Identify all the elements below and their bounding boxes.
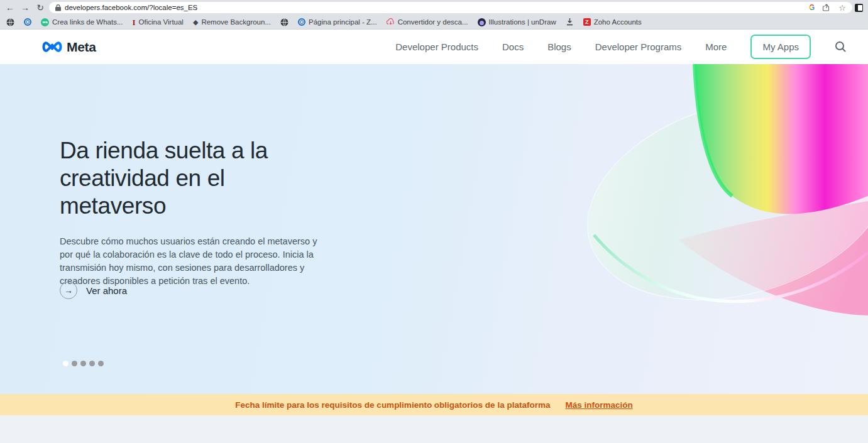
bookmark-label: Convertidor y desca...: [398, 18, 468, 26]
carousel-dot-5[interactable]: [98, 361, 104, 366]
zoho-badge-icon: Z: [583, 18, 591, 26]
bookmark-label: Página principal - Z...: [309, 18, 377, 26]
whatsapp-badge-icon: wa: [41, 18, 49, 26]
arrow-right-icon: →: [60, 282, 77, 299]
hero-description: Descubre cómo muchos usuarios están crea…: [60, 235, 330, 288]
nav-blogs[interactable]: Blogs: [547, 41, 571, 52]
download-icon: [566, 18, 574, 26]
bookmark-item[interactable]: [566, 18, 574, 26]
brand-name: Meta: [67, 40, 96, 55]
google-icon[interactable]: G: [809, 3, 815, 12]
meta-logo[interactable]: Meta: [41, 40, 96, 55]
bookmark-item[interactable]: Página principal - Z...: [298, 18, 377, 26]
bookmarks-bar: wa Crea links de Whats... I Oficina Virt…: [0, 15, 868, 30]
lock-icon: [55, 4, 61, 11]
nav-developer-programs[interactable]: Developer Programs: [595, 41, 682, 52]
watch-now-button[interactable]: → Ver ahora: [60, 282, 127, 299]
carousel-dot-3[interactable]: [80, 361, 86, 366]
back-icon[interactable]: ←: [4, 1, 16, 14]
diamond-icon: ◆: [193, 18, 198, 26]
url-text[interactable]: developers.facebook.com/?locale=es_ES: [65, 4, 197, 11]
hero-artwork-image: [578, 64, 868, 328]
bookmark-label: Illustrations | unDraw: [489, 18, 556, 26]
site-header: Meta Developer Products Docs Blogs Devel…: [0, 30, 868, 64]
main-nav: Developer Products Docs Blogs Developer …: [395, 35, 847, 59]
bookmark-item[interactable]: wa Crea links de Whats...: [41, 18, 123, 26]
hero-title: Da rienda suelta a la creatividad en el …: [60, 137, 330, 220]
globe-icon: [6, 18, 14, 26]
bookmark-item[interactable]: [6, 18, 14, 26]
bookmark-item[interactable]: [280, 18, 288, 26]
bookmark-label: Zoho Accounts: [594, 18, 642, 26]
carousel-dot-1[interactable]: [63, 361, 69, 366]
ibeam-icon: I: [132, 18, 135, 26]
browser-toolbar: ← → ↻ developers.facebook.com/?locale=es…: [0, 0, 868, 15]
my-apps-button[interactable]: My Apps: [750, 35, 811, 59]
bookmark-label: Remove Backgroun...: [201, 18, 271, 26]
bookmark-label: Oficina Virtual: [139, 18, 184, 26]
address-bar[interactable]: developers.facebook.com/?locale=es_ES G …: [49, 2, 852, 13]
meta-infinity-icon: [41, 40, 63, 54]
bookmark-item[interactable]: Convertidor y desca...: [387, 18, 468, 26]
bookmark-item[interactable]: [24, 18, 31, 26]
search-icon[interactable]: [835, 41, 847, 53]
bookmark-item[interactable]: Illustrations | unDraw: [478, 18, 556, 26]
carousel-dot-2[interactable]: [72, 361, 77, 366]
undraw-icon: [478, 18, 486, 26]
nav-more[interactable]: More: [705, 41, 727, 52]
cloud-download-icon: [387, 18, 395, 26]
reload-icon[interactable]: ↻: [34, 1, 47, 14]
cta-label: Ver ahora: [86, 285, 127, 296]
share-icon[interactable]: [823, 4, 830, 11]
bookmark-item[interactable]: I Oficina Virtual: [132, 18, 183, 26]
carousel-dots: [63, 361, 104, 366]
carousel-dot-4[interactable]: [89, 361, 95, 366]
bookmark-item[interactable]: Z Zoho Accounts: [583, 18, 642, 26]
rings-icon: [24, 18, 31, 26]
profile-avatar[interactable]: [855, 4, 863, 12]
globe-icon: [280, 18, 288, 26]
hero-section: Da rienda suelta a la creatividad en el …: [0, 64, 868, 394]
bookmark-label: Crea links de Whats...: [52, 18, 123, 26]
hero-copy: Da rienda suelta a la creatividad en el …: [60, 137, 330, 288]
nav-developer-products[interactable]: Developer Products: [395, 41, 478, 52]
banner-text: Fecha límite para los requisitos de cump…: [235, 400, 550, 410]
compliance-banner: Fecha límite para los requisitos de cump…: [0, 394, 868, 415]
more-info-link[interactable]: Más información: [565, 400, 632, 410]
forward-icon[interactable]: →: [19, 1, 31, 14]
nav-docs[interactable]: Docs: [502, 41, 524, 52]
bookmark-item[interactable]: ◆ Remove Backgroun...: [193, 18, 271, 26]
page-body-background: [0, 415, 868, 443]
bookmark-star-icon[interactable]: ☆: [838, 3, 846, 13]
rings-icon: [298, 18, 305, 26]
